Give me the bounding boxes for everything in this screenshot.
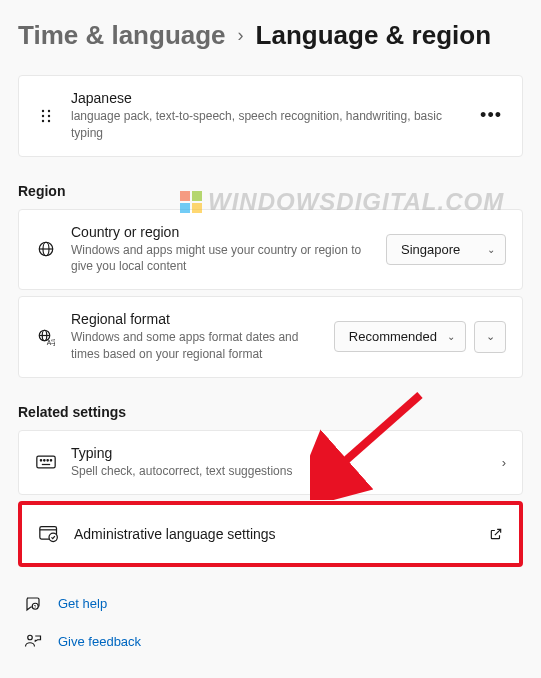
- country-region-subtitle: Windows and apps might use your country …: [71, 242, 372, 276]
- breadcrumb: Time & language › Language & region: [18, 20, 523, 51]
- chevron-down-icon: ⌄: [447, 331, 455, 342]
- regional-format-title: Regional format: [71, 311, 320, 327]
- feedback-icon: [22, 633, 44, 651]
- country-region-card: Country or region Windows and apps might…: [18, 209, 523, 291]
- get-help-text: Get help: [58, 596, 107, 611]
- svg-point-0: [42, 110, 44, 112]
- keyboard-icon: [35, 455, 57, 469]
- admin-settings-icon: [38, 525, 60, 543]
- external-link-icon: [489, 527, 503, 541]
- region-heading: Region: [18, 183, 523, 199]
- breadcrumb-current: Language & region: [256, 20, 491, 51]
- globe-icon: [35, 240, 57, 258]
- chevron-down-icon: ⌄: [487, 244, 495, 255]
- svg-point-2: [42, 115, 44, 117]
- language-features: language pack, text-to-speech, speech re…: [71, 108, 462, 142]
- country-select[interactable]: Singapore ⌄: [386, 234, 506, 265]
- regional-format-subtitle: Windows and some apps format dates and t…: [71, 329, 320, 363]
- admin-language-title: Administrative language settings: [74, 526, 475, 542]
- svg-point-24: [28, 635, 33, 640]
- svg-point-5: [48, 120, 50, 122]
- country-region-title: Country or region: [71, 224, 372, 240]
- regional-format-card: A字 Regional format Windows and some apps…: [18, 296, 523, 378]
- chevron-right-icon: ›: [502, 455, 506, 470]
- help-icon: ?: [22, 595, 44, 613]
- typing-card[interactable]: Typing Spell check, autocorrect, text su…: [18, 430, 523, 495]
- expand-button[interactable]: ⌄: [474, 321, 506, 353]
- more-options-button[interactable]: •••: [476, 101, 506, 130]
- get-help-link[interactable]: ? Get help: [18, 587, 523, 621]
- format-select[interactable]: Recommended ⌄: [334, 321, 466, 352]
- format-select-value: Recommended: [349, 329, 437, 344]
- drag-handle-icon[interactable]: [35, 108, 57, 124]
- breadcrumb-parent[interactable]: Time & language: [18, 20, 226, 51]
- svg-point-15: [44, 460, 45, 461]
- language-item-card[interactable]: Japanese language pack, text-to-speech, …: [18, 75, 523, 157]
- admin-language-card[interactable]: Administrative language settings: [18, 501, 523, 567]
- svg-point-14: [40, 460, 41, 461]
- country-select-value: Singapore: [401, 242, 460, 257]
- related-settings-heading: Related settings: [18, 404, 523, 420]
- svg-point-3: [48, 115, 50, 117]
- typing-subtitle: Spell check, autocorrect, text suggestio…: [71, 463, 488, 480]
- svg-point-16: [47, 460, 48, 461]
- chevron-right-icon: ›: [238, 25, 244, 46]
- svg-point-17: [50, 460, 51, 461]
- give-feedback-link[interactable]: Give feedback: [18, 625, 523, 659]
- format-globe-icon: A字: [35, 328, 57, 346]
- svg-rect-13: [37, 456, 55, 468]
- svg-text:A字: A字: [47, 338, 55, 345]
- give-feedback-text: Give feedback: [58, 634, 141, 649]
- chevron-down-icon: ⌄: [486, 330, 495, 343]
- svg-point-4: [42, 120, 44, 122]
- typing-title: Typing: [71, 445, 488, 461]
- language-name: Japanese: [71, 90, 462, 106]
- svg-point-1: [48, 110, 50, 112]
